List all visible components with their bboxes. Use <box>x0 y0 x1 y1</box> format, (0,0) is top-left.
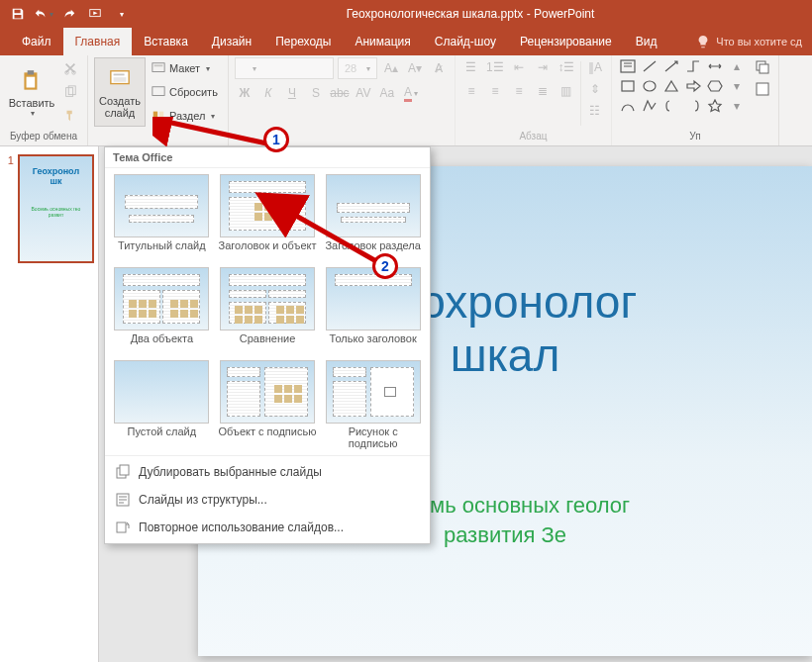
shape-star-icon[interactable] <box>705 97 725 115</box>
layout-section-header[interactable]: Заголовок раздела <box>322 174 424 263</box>
align-text-icon[interactable]: ⇕ <box>585 79 605 99</box>
shape-triangle-icon[interactable] <box>661 77 681 95</box>
shape-rect-icon[interactable] <box>618 77 638 95</box>
align-left-icon[interactable]: ≡ <box>461 81 481 101</box>
font-size-select[interactable]: 28▾ <box>338 57 377 79</box>
font-family-select[interactable]: ▾ <box>235 57 334 79</box>
italic-button[interactable]: К <box>258 83 278 103</box>
underline-button[interactable]: Ч <box>282 83 302 103</box>
shape-more-bottom-icon[interactable]: ▾ <box>727 97 747 115</box>
increase-indent-icon[interactable]: ⇥ <box>533 57 553 77</box>
shadow-button[interactable]: S <box>306 83 326 103</box>
smartart-icon[interactable]: ☷ <box>585 101 605 121</box>
char-spacing-icon[interactable]: AV <box>354 83 373 103</box>
layout-title-only[interactable]: Только заголовок <box>322 267 424 356</box>
tab-home[interactable]: Главная <box>63 28 133 55</box>
align-center-icon[interactable]: ≡ <box>485 81 505 101</box>
layout-two-content[interactable]: Два объекта <box>111 267 213 356</box>
format-painter-button[interactable] <box>59 105 81 127</box>
tab-design[interactable]: Дизайн <box>200 28 263 55</box>
svg-rect-15 <box>159 112 163 121</box>
section-button[interactable]: Раздел▾ <box>148 105 222 127</box>
shape-line-icon[interactable] <box>640 57 660 75</box>
reuse-icon <box>115 520 131 535</box>
reset-button[interactable]: Сбросить <box>148 81 222 103</box>
shape-more-top-icon[interactable]: ▴ <box>727 57 747 75</box>
paste-button[interactable]: Вставить ▾ <box>6 57 57 127</box>
svg-rect-23 <box>120 465 129 475</box>
reuse-slides[interactable]: Повторное использование слайдов... <box>105 514 430 541</box>
columns-icon[interactable]: ▥ <box>557 81 576 101</box>
shapes-gallery[interactable]: ▴ ▾ ▾ <box>618 57 747 115</box>
gallery-footer: Дублировать выбранные слайды Слайды из с… <box>105 455 430 543</box>
tab-review[interactable]: Рецензирование <box>508 28 624 55</box>
layout-picture-caption[interactable]: Рисунок с подписью <box>322 360 424 449</box>
decrease-indent-icon[interactable]: ⇤ <box>509 57 529 77</box>
tab-animations[interactable]: Анимация <box>343 28 422 55</box>
svg-rect-10 <box>114 77 127 82</box>
redo-icon[interactable] <box>57 2 81 26</box>
shape-textbox-icon[interactable] <box>618 57 638 75</box>
layout-button[interactable]: Макет▾ <box>148 57 222 79</box>
svg-rect-21 <box>757 83 768 95</box>
thumb-number: 1 <box>4 154 14 166</box>
shape-more-mid-icon[interactable]: ▾ <box>727 77 747 95</box>
shape-brace2-icon[interactable] <box>683 97 703 115</box>
new-slide-button[interactable]: Создать слайд <box>94 57 146 127</box>
tab-slideshow[interactable]: Слайд-шоу <box>423 28 508 55</box>
layout-comparison[interactable]: Сравнение <box>217 267 319 356</box>
copy-button[interactable] <box>59 81 81 103</box>
shape-right-arrow-icon[interactable] <box>683 77 703 95</box>
text-direction-icon[interactable]: ‖A <box>585 57 605 77</box>
save-icon[interactable] <box>6 2 30 26</box>
line-spacing-icon[interactable]: ↕☰ <box>557 57 576 77</box>
undo-icon[interactable]: ▾ <box>32 2 55 26</box>
tab-file[interactable]: Файл <box>10 28 63 55</box>
group-label-paragraph: Абзац <box>461 130 605 145</box>
decrease-font-icon[interactable]: A▾ <box>405 58 425 78</box>
svg-rect-11 <box>152 63 164 72</box>
strike-button[interactable]: abc <box>330 83 350 103</box>
slide-thumb-1[interactable]: Геохронол шк Восемь основных гео развит <box>18 154 94 263</box>
layout-content-caption[interactable]: Объект с подписью <box>217 360 319 449</box>
tab-view[interactable]: Вид <box>624 28 669 55</box>
layout-blank[interactable]: Пустой слайд <box>111 360 213 449</box>
justify-icon[interactable]: ≣ <box>533 81 553 101</box>
tell-me-search[interactable]: Что вы хотите сд <box>686 28 812 55</box>
change-case-icon[interactable]: Aa <box>377 83 397 103</box>
slide-thumbnails: 1 Геохронол шк Восемь основных гео разви… <box>0 146 99 662</box>
layout-title-slide[interactable]: Титульный слайд <box>111 174 213 263</box>
quick-styles-icon[interactable] <box>753 79 772 99</box>
bold-button[interactable]: Ж <box>235 83 254 103</box>
shape-hexagon-icon[interactable] <box>705 77 725 95</box>
shape-oval-icon[interactable] <box>640 77 660 95</box>
shape-brace-icon[interactable] <box>661 97 681 115</box>
bullets-icon[interactable]: ☰ <box>461 57 481 77</box>
tab-transitions[interactable]: Переходы <box>263 28 343 55</box>
font-color-icon[interactable]: A▾ <box>401 83 421 103</box>
shape-double-arrow-icon[interactable] <box>705 57 725 75</box>
slides-from-outline[interactable]: Слайды из структуры... <box>105 486 430 514</box>
tab-insert[interactable]: Вставка <box>132 28 200 55</box>
qat-customize-icon[interactable]: ▾ <box>109 2 133 26</box>
ribbon-tabs: Файл Главная Вставка Дизайн Переходы Ани… <box>0 28 812 55</box>
align-right-icon[interactable]: ≡ <box>509 81 529 101</box>
svg-rect-12 <box>154 65 163 67</box>
clear-format-icon[interactable]: A̷ <box>429 58 449 78</box>
layout-title-content[interactable]: Заголовок и объект <box>217 174 319 263</box>
numbering-icon[interactable]: 1☰ <box>485 57 505 77</box>
svg-rect-25 <box>117 522 126 532</box>
shape-elbow-icon[interactable] <box>683 57 703 75</box>
group-label-clipboard: Буфер обмена <box>6 130 81 145</box>
duplicate-slides[interactable]: Дублировать выбранные слайды <box>105 458 430 486</box>
group-font: ▾ 28▾ A▴ A▾ A̷ Ж К Ч S abc AV Aa A▾ <box>229 55 456 145</box>
shape-line-arrow-icon[interactable] <box>661 57 681 75</box>
cut-button[interactable] <box>59 57 81 79</box>
start-slideshow-icon[interactable] <box>83 2 107 26</box>
quick-access-toolbar: ▾ ▾ <box>0 2 133 26</box>
group-drawing: ▴ ▾ ▾ Уп <box>612 55 779 145</box>
shape-freeform-icon[interactable] <box>640 97 660 115</box>
arrange-icon[interactable] <box>753 57 772 77</box>
increase-font-icon[interactable]: A▴ <box>381 58 401 78</box>
shape-curve-icon[interactable] <box>618 97 638 115</box>
